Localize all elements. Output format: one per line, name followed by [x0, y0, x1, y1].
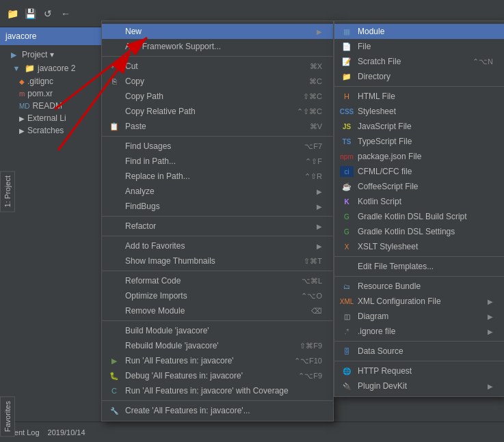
timestamp-label: 2019/10/14 [48, 428, 85, 437]
coverage-icon: C [107, 385, 121, 396]
favorites-tab[interactable]: Favorites [0, 396, 15, 437]
menu-item-analyze[interactable]: Analyze ▶ [102, 184, 333, 199]
back-icon[interactable]: ← [59, 7, 72, 20]
reformat-icon [107, 275, 121, 286]
gradle-build-icon: G [340, 211, 354, 222]
new-icon [107, 26, 121, 37]
gradle-settings-icon: G [340, 226, 354, 237]
menu-item-stylesheet[interactable]: CSS Stylesheet [334, 104, 504, 119]
menu-item-show-thumbnails[interactable]: Show Image Thumbnails ⇧⌘T [102, 253, 333, 268]
menu-item-rebuild-module[interactable]: Rebuild Module 'javacore' ⇧⌘F9 [102, 338, 333, 353]
menu-item-debug-all[interactable]: 🐛 Debug 'All Features in: javacore' ⌃⌥F9 [102, 368, 333, 383]
resource-icon: 🗂 [340, 281, 354, 292]
menu-item-ignore-file[interactable]: .* .ignore file ▶ [334, 324, 504, 339]
debug-icon: 🐛 [107, 370, 121, 381]
menu-item-kotlin-script[interactable]: K Kotlin Script [334, 194, 504, 209]
tree-item-label: pom.xr [27, 89, 53, 98]
git-icon: ◆ [19, 78, 25, 85]
framework-icon [107, 41, 121, 52]
find-usages-icon [107, 141, 121, 152]
menu-item-replace-in-path[interactable]: Replace in Path... ⌃⇧R [102, 169, 333, 184]
xml-icon: XML [340, 296, 354, 307]
menu-item-find-usages[interactable]: Find Usages ⌥F7 [102, 139, 333, 154]
file-icon: 📄 [340, 41, 354, 52]
menu-item-remove-module[interactable]: Remove Module ⌫ [102, 303, 333, 318]
menu-item-reformat-code[interactable]: Reformat Code ⌥⌘L [102, 273, 333, 288]
separator-4 [102, 236, 333, 236]
menu-header-new[interactable]: New ▶ [102, 24, 333, 39]
context-menu-left: New ▶ Add Framework Support... ✂ Cut ⌘X … [101, 20, 334, 422]
project-tab[interactable]: 1: Project [0, 171, 15, 212]
tree-item-label: .gitignc [27, 77, 53, 86]
menu-item-cfml[interactable]: ci CFML/CFC file [334, 164, 504, 179]
menu-item-javascript[interactable]: JS JavaScript File [334, 119, 504, 134]
menu-item-refactor[interactable]: Refactor ▶ [102, 219, 333, 234]
menu-item-add-favorites[interactable]: Add to Favorites ▶ [102, 238, 333, 253]
menu-item-copy-relative-path[interactable]: Copy Relative Path ⌃⇧⌘C [102, 104, 333, 119]
separator-6 [102, 320, 333, 321]
plugin-icon: 🔌 [340, 381, 354, 391]
refresh-icon[interactable]: ↺ [41, 7, 55, 20]
right-sep-2 [334, 256, 504, 257]
optimize-icon [107, 290, 121, 301]
copypath-icon [107, 91, 121, 102]
findbugs-arrow: ▶ [317, 203, 322, 210]
menu-item-paste[interactable]: 📋 Paste ⌘V [102, 119, 333, 134]
analyze-icon [107, 186, 121, 197]
menu-item-http-request[interactable]: 🌐 HTTP Request [334, 363, 504, 378]
menu-item-datasource[interactable]: 🗄 Data Source [334, 344, 504, 359]
separator-5 [102, 271, 333, 271]
menu-item-create[interactable]: 🔧 Create 'All Features in: javacore'... [102, 403, 333, 418]
tree-item-label: External Li [27, 113, 66, 123]
thumbnails-icon [107, 255, 121, 266]
edit-templates-icon [340, 261, 354, 272]
right-sep-5 [334, 361, 504, 361]
refactor-icon [107, 221, 121, 232]
menu-item-module[interactable]: ▦ Module [334, 24, 504, 39]
menu-item-optimize-imports[interactable]: Optimize Imports ⌃⌥O [102, 288, 333, 303]
menu-item-xml-config[interactable]: XML XML Configuration File ▶ [334, 294, 504, 309]
http-icon: 🌐 [340, 365, 354, 376]
menu-item-package-json[interactable]: npm package.json File [334, 149, 504, 164]
xslt-icon: X [340, 241, 354, 252]
ignore-arrow: ▶ [488, 328, 493, 335]
menu-item-xslt[interactable]: X XSLT Stylesheet [334, 239, 504, 254]
menu-item-gradle-build[interactable]: G Gradle Kotlin DSL Build Script [334, 209, 504, 224]
statusbar: Event Log 2019/10/14 [0, 422, 504, 442]
menu-item-resource-bundle[interactable]: 🗂 Resource Bundle [334, 279, 504, 294]
menu-item-coffeescript[interactable]: ☕ CoffeeScript File [334, 179, 504, 194]
module-file-icon: ▦ [340, 26, 354, 37]
sidebar-project-label: javacore [5, 31, 36, 41]
open-folder-icon[interactable]: 📁 [5, 7, 19, 20]
menu-item-scratch-file[interactable]: 📝 Scratch File ⌃⌥N [334, 54, 504, 69]
menu-item-run-coverage[interactable]: C Run 'All Features in: javacore' with C… [102, 383, 333, 398]
menu-item-edit-templates[interactable]: Edit File Templates... [334, 259, 504, 274]
menu-item-file[interactable]: 📄 File [334, 39, 504, 54]
menu-item-gradle-settings[interactable]: G Gradle Kotlin DSL Settings [334, 224, 504, 239]
menu-item-html[interactable]: H HTML File [334, 89, 504, 104]
scratch-file-icon: 📝 [340, 56, 354, 67]
right-sep-3 [334, 276, 504, 277]
menu-item-run-all[interactable]: ▶ Run 'All Features in: javacore' ⌃⌥F10 [102, 353, 333, 368]
menu-item-findbugs[interactable]: FindBugs ▶ [102, 199, 333, 214]
menu-item-build-module[interactable]: Build Module 'javacore' [102, 323, 333, 338]
save-icon[interactable]: 💾 [23, 7, 37, 20]
menu-item-cut[interactable]: ✂ Cut ⌘X [102, 59, 333, 74]
scratch-icon: ▶ [19, 127, 25, 135]
plugin-arrow: ▶ [488, 383, 493, 390]
menu-item-typescript[interactable]: TS TypeScript File [334, 134, 504, 149]
separator-3 [102, 216, 333, 217]
npm-icon: npm [340, 151, 354, 162]
directory-icon: 📁 [340, 71, 354, 82]
cfml-icon: ci [340, 166, 354, 177]
menu-item-diagram[interactable]: ◫ Diagram ▶ [334, 309, 504, 324]
menu-item-find-in-path[interactable]: Find in Path... ⌃⇧F [102, 154, 333, 169]
submenu-arrow: ▶ [317, 28, 322, 36]
menu-item-directory[interactable]: 📁 Directory [334, 69, 504, 84]
project-label: Project ▾ [22, 50, 54, 59]
menu-item-copy[interactable]: ⎘ Copy ⌘C [102, 74, 333, 89]
menu-item-copy-path[interactable]: Copy Path ⇧⌘C [102, 89, 333, 104]
right-sep-1 [334, 86, 504, 87]
menu-item-add-framework[interactable]: Add Framework Support... [102, 39, 333, 54]
menu-item-plugin-devkit[interactable]: 🔌 Plugin DevKit ▶ [334, 378, 504, 393]
